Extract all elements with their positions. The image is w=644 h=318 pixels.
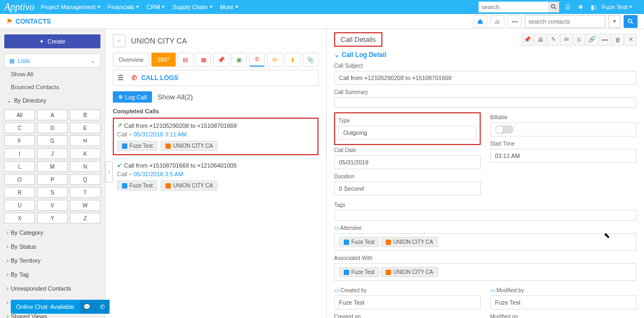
chat-icon[interactable]: 💬 (79, 300, 95, 314)
details-title: Call Details (334, 32, 382, 47)
tab-note-icon[interactable]: ▮ (285, 53, 300, 67)
back-button[interactable]: ← (113, 34, 126, 47)
letter-b[interactable]: B (70, 110, 100, 120)
letter-k[interactable]: K (70, 148, 100, 159)
edit-action-icon[interactable]: ✎ (547, 34, 559, 46)
print-action-icon[interactable]: 🖶 (534, 34, 546, 46)
tab-list-icon[interactable]: ▤ (178, 53, 193, 67)
letter-d[interactable]: D (37, 122, 68, 133)
letter-all[interactable]: All (4, 110, 35, 120)
attendee-value[interactable]: Fuze Test UNION CITY CA (334, 233, 636, 251)
summary-value[interactable] (334, 97, 636, 108)
menu-financials[interactable]: Financials (108, 4, 140, 10)
tab-email-icon[interactable]: ✉ (267, 53, 283, 67)
svg-line-6 (631, 22, 633, 24)
global-search-input[interactable] (479, 2, 548, 12)
lists-header[interactable]: ▦Lists (4, 54, 100, 68)
sidebar-group-3[interactable]: By Tag (4, 268, 100, 281)
call-item-1[interactable]: ↙Call from +15108701668 to +12106401005C… (113, 157, 319, 195)
letter-w[interactable]: W (70, 200, 100, 211)
letter-r[interactable]: R (4, 187, 35, 198)
letter-x[interactable]: X (4, 213, 35, 223)
create-button[interactable]: ✦ Create (4, 34, 100, 48)
global-search[interactable] (479, 2, 559, 12)
letter-s[interactable]: S (37, 187, 68, 198)
search-contacts-input[interactable] (525, 15, 605, 28)
more-icon[interactable]: ••• (508, 15, 522, 28)
letter-p[interactable]: P (37, 174, 68, 185)
modifiedby-label: ▭ Modified by (490, 287, 637, 293)
menu-supply[interactable]: Supply Chain (172, 4, 212, 10)
sidebar-group-1[interactable]: By Status (4, 240, 100, 254)
sidebar-group-0[interactable]: By Category (4, 226, 100, 240)
starttime-value[interactable]: 03:11 AM (490, 149, 637, 163)
tab-pin-icon[interactable]: 📌 (213, 53, 229, 67)
letter-n[interactable]: N (70, 161, 100, 172)
letter-c[interactable]: C (4, 122, 35, 133)
assoc-value[interactable]: Fuze Test UNION CITY CA (334, 263, 636, 281)
link-action-icon[interactable]: 🔗 (586, 34, 598, 46)
billable-toggle[interactable] (495, 125, 513, 134)
letter-g[interactable]: G (37, 135, 68, 146)
letter-u[interactable]: U (4, 200, 35, 211)
letter-h[interactable]: H (70, 135, 100, 146)
sidebar-bounced[interactable]: Bounced Contacts (4, 81, 100, 93)
letter-y[interactable]: Y (37, 213, 68, 223)
tab-calendar-icon[interactable]: ▦ (196, 53, 211, 67)
chat-phone-icon[interactable]: ✆ (95, 300, 110, 314)
search-button[interactable] (624, 15, 638, 28)
hamburger-icon[interactable]: ☰ (118, 74, 127, 82)
menu-more[interactable]: More (220, 4, 238, 10)
chat-widget[interactable]: Online Chat: Available 💬 ✆ (11, 300, 110, 314)
home-icon[interactable] (473, 15, 487, 28)
letter-l[interactable]: L (4, 161, 35, 172)
tab-attach-icon[interactable]: 📎 (303, 53, 319, 67)
chart-icon[interactable] (490, 15, 504, 28)
sidebar-by-directory[interactable]: By Directory (4, 93, 100, 107)
user-menu[interactable]: Fuze Test (602, 4, 633, 10)
sidebar-show-all[interactable]: Show All (4, 68, 100, 81)
letter-f[interactable]: F (4, 135, 35, 146)
copy-action-icon[interactable]: ⎘ (573, 34, 585, 46)
letter-o[interactable]: O (4, 174, 35, 185)
tab-calls-icon[interactable]: ✆ (249, 53, 265, 67)
module-bar: ⚑ CONTACTS ••• (0, 14, 644, 29)
letter-i[interactable]: I (4, 148, 35, 159)
show-all-filter[interactable]: Show All(2) (157, 93, 193, 101)
log-call-button[interactable]: ⊕ Log Call (113, 91, 152, 103)
subject-value[interactable]: Call from +12105290208 to +15108701668 (334, 71, 636, 85)
calendar-icon[interactable]: ☰ (563, 3, 572, 11)
letter-v[interactable]: V (37, 200, 68, 211)
letter-q[interactable]: Q (70, 174, 100, 185)
brand-logo[interactable]: Apptivo (4, 2, 34, 13)
menu-project[interactable]: Project Management (41, 4, 100, 10)
more-action-icon[interactable]: ••• (599, 34, 611, 46)
type-value[interactable]: Outgoing (338, 126, 476, 140)
letter-t[interactable]: T (70, 187, 100, 198)
letter-e[interactable]: E (70, 122, 100, 133)
duration-value[interactable]: 0 Second (334, 182, 481, 196)
bell-icon[interactable]: ❖ (576, 3, 585, 11)
letter-z[interactable]: Z (70, 213, 100, 223)
sidebar-group-4[interactable]: Unresponded Contacts (4, 281, 100, 295)
letter-j[interactable]: J (37, 148, 68, 159)
tab-360[interactable]: 360° (151, 53, 176, 67)
letter-m[interactable]: M (37, 161, 68, 172)
delete-action-icon[interactable]: 🗑 (612, 34, 624, 46)
tags-value[interactable] (334, 210, 636, 221)
user-avatar-icon[interactable]: ◧ (589, 3, 598, 11)
call-log-detail-section[interactable]: ⌄ Call Log Detail (334, 51, 636, 59)
pin-action-icon[interactable]: 📌 (522, 34, 533, 46)
search-icon[interactable] (548, 2, 559, 12)
tab-schedule-icon[interactable]: ▣ (231, 53, 247, 67)
email-action-icon[interactable]: ✉ (560, 34, 572, 46)
search-dropdown[interactable] (609, 15, 620, 28)
modifiedon-label: Modified on (490, 314, 637, 318)
close-icon[interactable]: ✕ (625, 34, 636, 46)
tab-overview[interactable]: Overview (113, 53, 149, 67)
menu-crm[interactable]: CRM (147, 4, 165, 10)
letter-a[interactable]: A (37, 110, 68, 120)
sidebar-group-2[interactable]: By Territory (4, 254, 100, 268)
calldate-value[interactable]: 05/31/2018 (334, 155, 481, 169)
call-item-0[interactable]: ↗Call from +12105290208 to +15108701668C… (113, 118, 319, 155)
